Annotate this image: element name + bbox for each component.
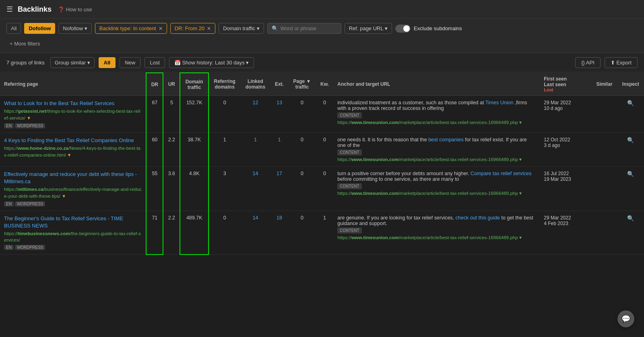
search-input[interactable] <box>281 25 337 31</box>
page-title-link[interactable]: Effectively manage and reduce your debt … <box>4 171 142 185</box>
table-row: 4 Keys to Finding the Best Tax Relief Co… <box>0 132 644 166</box>
anchor-link[interactable]: check out this guide <box>456 215 500 221</box>
domain-traffic-cell: 152.7K <box>180 96 208 133</box>
ext-cell[interactable]: 1 <box>270 132 288 166</box>
filter-nofollow[interactable]: Nofollow ▾ <box>58 23 91 34</box>
tag-badge: WORDPRESS <box>15 123 45 128</box>
linked-domains-cell[interactable]: 14 <box>240 211 270 254</box>
anchor-url[interactable]: https://www.timesunion.com/marketplace/a… <box>337 120 536 125</box>
inspect-icon[interactable]: 🔍 <box>627 137 634 143</box>
anchor-link[interactable]: Compare tax relief services <box>471 171 531 176</box>
filter-dofollow[interactable]: Dofollow <box>24 23 55 34</box>
anchor-url[interactable]: https://www.timesunion.com/marketplace/a… <box>337 190 536 196</box>
toolbar-bar: 7 groups of links Group similar ▾ All Ne… <box>0 53 644 72</box>
remove-dr[interactable]: ✕ <box>207 26 211 31</box>
dr-cell: 55 <box>146 166 163 211</box>
tag-badge: WORDPRESS <box>15 245 45 250</box>
group-similar-button[interactable]: Group similar ▾ <box>50 57 95 68</box>
tag-badge: EN <box>4 245 14 250</box>
anchor-text: one needs it. It is for this reason that… <box>337 137 536 148</box>
how-to-use-link[interactable]: ❓ How to use <box>58 6 92 12</box>
page-title-link[interactable]: The Beginner's Guide to Tax Relief Servi… <box>4 215 142 229</box>
linked-domains-cell[interactable]: 14 <box>240 166 270 211</box>
first-seen: 16 Jul 2022 <box>544 171 587 176</box>
linked-domains-cell[interactable]: 1 <box>240 132 270 166</box>
export-button[interactable]: ⬆ Export <box>605 57 638 68</box>
anchor-link[interactable]: best companies <box>428 137 464 143</box>
hamburger-icon[interactable]: ☰ <box>6 5 13 14</box>
th-linked-domains: Linkeddomains <box>240 73 270 96</box>
anchor-text: are genuine. If you are looking for tax … <box>337 215 536 226</box>
expand-url-btn[interactable]: ▼ <box>62 193 66 199</box>
tag-badge: WORDPRESS <box>15 201 45 207</box>
inspect-icon[interactable]: 🔍 <box>627 100 634 106</box>
exclude-subdomains-toggle-container: Exclude subdomains <box>395 25 462 33</box>
inspect-cell[interactable]: 🔍 <box>617 132 644 166</box>
inspect-icon[interactable]: 🔍 <box>627 215 634 221</box>
page-traffic-cell: 0 <box>288 211 316 254</box>
ur-cell: 5 <box>163 96 180 133</box>
tab-new[interactable]: New <box>120 57 140 68</box>
inspect-icon[interactable]: 🔍 <box>627 171 634 177</box>
tab-all[interactable]: All <box>99 57 116 68</box>
page-url: https://getassist.net/things-to-look-for… <box>4 108 142 121</box>
word-phrase-search[interactable]: 🔍 <box>267 23 341 34</box>
tab-lost[interactable]: Lost <box>144 57 165 68</box>
page-title-link[interactable]: 4 Keys to Finding the Best Tax Relief Co… <box>4 137 142 144</box>
ur-cell: 3.6 <box>163 166 180 211</box>
ref-page-url-filter[interactable]: Ref. page URL ▾ <box>345 23 392 34</box>
inspect-cell[interactable]: 🔍 <box>617 96 644 133</box>
linked-domains-cell[interactable]: 12 <box>240 96 270 133</box>
th-ext: Ext. <box>270 73 288 96</box>
th-similar: Similar <box>591 73 617 96</box>
kw-cell: 1 <box>316 211 334 254</box>
kw-cell: 0 <box>316 96 334 133</box>
first-last-seen-cell: 29 Mar 2022 4 Feb 2023 <box>540 211 591 254</box>
th-first-seen: First seen Last seen Lost <box>540 73 591 96</box>
referring-domains-cell: 3 <box>208 166 240 211</box>
inspect-cell[interactable]: 🔍 <box>617 166 644 211</box>
page-title-link[interactable]: What to Look for in the Best Tax Relief … <box>4 100 142 107</box>
th-referring-domains: Referringdomains <box>208 73 240 96</box>
more-filters-btn[interactable]: + More filters <box>6 39 43 49</box>
filter-all[interactable]: All <box>6 23 21 34</box>
last-seen: 3 d ago <box>544 143 587 148</box>
content-badge: CONTENT <box>337 227 361 234</box>
th-page-traffic[interactable]: Page ▼traffic <box>288 73 316 96</box>
filter-backlink-type[interactable]: Backlink type: In content ✕ <box>95 23 167 34</box>
referring-page-cell: The Beginner's Guide to Tax Relief Servi… <box>0 211 146 254</box>
inspect-cell[interactable]: 🔍 <box>617 211 644 254</box>
dr-cell: 67 <box>146 96 163 133</box>
filter-dr[interactable]: DR: From 20 ✕ <box>170 23 215 34</box>
exclude-subdomains-label: Exclude subdomains <box>414 25 462 31</box>
page-traffic-cell: 0 <box>288 96 316 133</box>
last-seen: 4 Feb 2023 <box>544 221 587 226</box>
similar-cell <box>591 211 617 254</box>
dr-cell: 71 <box>146 211 163 254</box>
api-button[interactable]: {} API <box>575 57 601 68</box>
ext-cell[interactable]: 18 <box>270 211 288 254</box>
remove-backlink-type[interactable]: ✕ <box>159 26 163 31</box>
groups-count-label: 7 groups of links <box>6 60 45 66</box>
ext-cell[interactable]: 17 <box>270 166 288 211</box>
exclude-subdomains-toggle[interactable] <box>395 25 411 33</box>
first-last-seen-cell: 12 Oct 2022 3 d ago <box>540 132 591 166</box>
anchor-cell: one needs it. It is for this reason that… <box>333 132 540 166</box>
show-history-button[interactable]: 📅 Show history: Last 30 days ▾ <box>169 57 254 68</box>
th-dr[interactable]: DR <box>146 73 163 96</box>
th-domain-traffic[interactable]: Domaintraffic <box>180 73 208 96</box>
expand-url-btn[interactable]: ▼ <box>67 152 72 158</box>
backlinks-table: Referring page DR UR Domaintraffic Refer… <box>0 72 644 255</box>
page-traffic-cell: 0 <box>288 166 316 211</box>
tag-badge: EN <box>4 123 14 128</box>
expand-url-btn[interactable]: ▼ <box>27 115 31 121</box>
anchor-text: turn a positive corner before your debts… <box>337 171 536 182</box>
ext-cell[interactable]: 13 <box>270 96 288 133</box>
table-row: What to Look for in the Best Tax Relief … <box>0 96 644 133</box>
th-anchor: Anchor and target URL <box>333 73 540 96</box>
anchor-url[interactable]: https://www.timesunion.com/marketplace/a… <box>337 157 536 162</box>
filter-domain-traffic[interactable]: Domain traffic ▾ <box>219 23 264 34</box>
domain-traffic-cell: 489.7K <box>180 211 208 254</box>
anchor-link[interactable]: Times Union <box>485 100 514 105</box>
anchor-url[interactable]: https://www.timesunion.com/marketplace/a… <box>337 235 536 240</box>
